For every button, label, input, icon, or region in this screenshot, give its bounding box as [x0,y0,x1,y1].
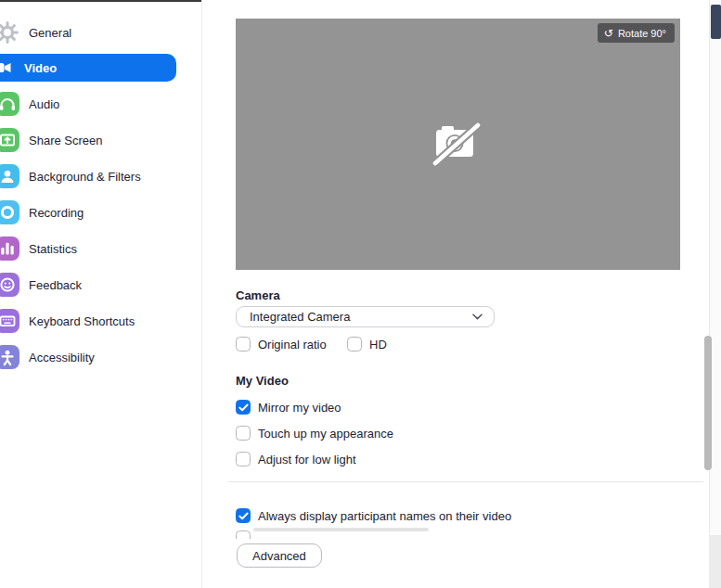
headset-icon [0,92,19,116]
adjust-low-light-checkbox[interactable] [236,452,251,467]
outer-scrollbar-bottom [709,535,721,588]
camera-select-dropdown[interactable]: Integrated Camera [236,306,495,327]
sidebar-item-keyboard-shortcuts[interactable]: Keyboard Shortcuts [0,307,135,335]
sidebar-item-feedback[interactable]: Feedback [0,271,82,299]
sidebar-item-label: General [29,26,71,40]
record-icon [0,200,19,224]
video-camera-icon [0,56,15,80]
camera-select-value: Integrated Camera [250,310,472,324]
rotate-ccw-icon: ↺ [604,28,613,39]
sidebar-item-label: Feedback [29,278,82,292]
window-top-border [0,0,201,2]
original-ratio-option[interactable]: Original ratio [236,337,327,352]
gear-icon [0,20,19,45]
sidebar-item-label: Statistics [29,242,77,256]
display-participant-names-option[interactable]: Always display participant names on thei… [236,508,511,523]
settings-scrollbar-thumb[interactable] [704,336,712,470]
mirror-my-video-option[interactable]: Mirror my video [236,400,341,415]
rotate-90-button[interactable]: ↺ Rotate 90° [598,23,675,43]
checkmark-icon [238,403,249,412]
sidebar-item-label: Accessibility [29,351,95,364]
touch-up-appearance-option[interactable]: Touch up my appearance [236,426,393,441]
sidebar-item-video[interactable]: Video [0,54,176,82]
advanced-button[interactable]: Advanced [237,543,322,568]
original-ratio-checkbox[interactable] [236,337,251,352]
sidebar-item-statistics[interactable]: Statistics [0,235,77,262]
hd-checkbox[interactable] [347,337,362,352]
sidebar-item-accessibility[interactable]: Accessibility [0,343,95,371]
chevron-down-icon [472,313,483,320]
sidebar-item-share-screen[interactable]: Share Screen [0,126,103,154]
rotate-button-label: Rotate 90° [618,28,666,39]
touch-up-appearance-checkbox[interactable] [236,426,251,441]
camera-section-heading: Camera [236,288,280,302]
camera-off-icon [431,120,484,172]
zoom-settings-window: General Video Audio [0,0,721,588]
outer-scrollbar-thumb[interactable] [711,5,721,39]
mirror-my-video-checkbox[interactable] [236,400,251,415]
my-video-section-heading: My Video [236,374,289,388]
keyboard-icon [0,309,19,333]
sidebar-item-general[interactable]: General [0,19,71,46]
outer-scrollbar-track[interactable] [709,0,721,588]
sidebar-item-background-filters[interactable]: Background & Filters [0,162,141,190]
smiley-icon [0,273,19,297]
sidebar-item-audio[interactable]: Audio [0,90,59,118]
clipped-option-row [236,530,514,539]
sidebar-item-label: Recording [29,206,84,220]
person-icon [0,164,19,188]
sidebar-item-label: Keyboard Shortcuts [29,314,135,328]
hd-option[interactable]: HD [347,337,387,352]
sidebar-item-recording[interactable]: Recording [0,198,84,226]
display-participant-names-checkbox[interactable] [236,508,251,523]
sidebar-item-label: Background & Filters [29,170,141,184]
sidebar-item-label: Audio [29,97,59,111]
sidebar-divider [201,0,202,588]
adjust-low-light-option[interactable]: Adjust for low light [236,452,356,467]
share-screen-icon [0,128,19,152]
section-divider [228,481,703,482]
clipped-checkbox[interactable] [236,530,251,539]
sidebar-item-label: Video [24,61,57,75]
sidebar-item-label: Share Screen [29,134,103,147]
accessibility-icon [0,345,19,369]
bar-chart-icon [0,236,19,261]
checkmark-icon [238,512,249,520]
